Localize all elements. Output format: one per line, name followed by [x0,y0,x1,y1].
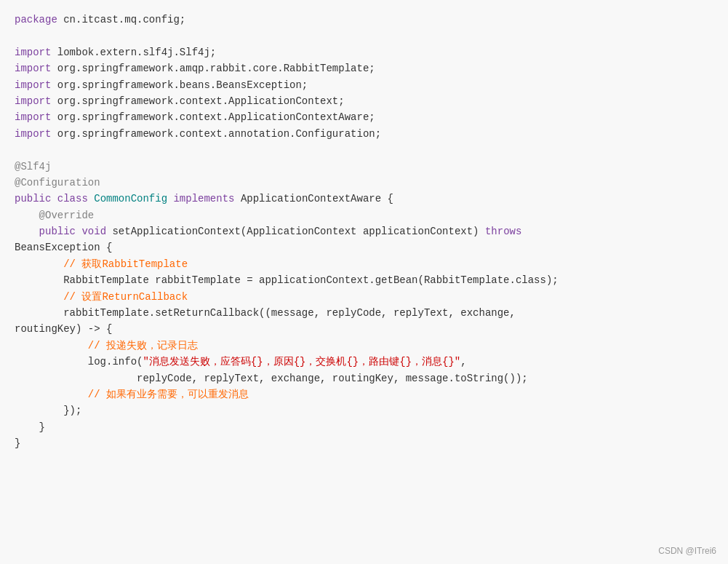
code-token: routingKey) -> { [15,323,112,335]
code-token [15,291,63,303]
code-token: @Slf4j [15,161,51,172]
code-line: // 如果有业务需要，可以重发消息 [15,386,713,402]
code-token: // 设置ReturnCallback [63,291,188,303]
code-line: } [15,435,713,451]
code-token: CommonConfig [94,193,173,204]
code-token [15,226,39,237]
code-token: org.springframework.context.annotation.C… [57,128,381,140]
code-container: package cn.itcast.mq.config; import lomb… [0,0,728,564]
code-token: org.springframework.amqp.rabbit.core.Rab… [57,63,375,74]
code-token: lombok.extern.slf4j.Slf4j; [57,47,216,58]
code-line: rabbitTemplate.setReturnCallback((messag… [15,305,713,321]
code-line: routingKey) -> { [15,321,713,337]
code-line: log.info("消息发送失败，应答码{}，原因{}，交换机{}，路由键{}，… [15,354,713,370]
code-token: void [81,226,112,237]
code-line: import org.springframework.context.Appli… [15,93,713,109]
code-token: throws [485,226,521,237]
code-token [15,340,88,351]
code-token: // 投递失败，记录日志 [88,340,198,351]
code-token: import [15,63,57,74]
code-token: class [57,193,94,204]
code-line: replyCode, replyText, exchange, routingK… [15,370,713,386]
code-token: import [15,111,57,123]
code-line: public class CommonConfig implements App… [15,191,713,207]
code-line: import org.springframework.amqp.rabbit.c… [15,60,713,76]
code-line: import org.springframework.context.Appli… [15,109,713,125]
code-token: setApplicationContext(ApplicationContext… [112,226,484,237]
code-token: import [15,95,57,107]
code-token: package [15,14,63,25]
code-token: }); [15,405,81,416]
code-token: log.info( [15,356,143,368]
code-token: RabbitTemplate rabbitTemplate = applicat… [15,274,559,286]
code-line: } [15,419,713,435]
code-token: @Configuration [15,177,100,188]
code-line: }); [15,402,713,418]
code-line: @Configuration [15,175,713,191]
code-token: // 获取RabbitTemplate [63,258,188,270]
code-line: RabbitTemplate rabbitTemplate = applicat… [15,272,713,288]
code-token: ApplicationContextAware { [241,193,393,204]
code-line: import org.springframework.beans.BeansEx… [15,77,713,93]
code-line: BeansException { [15,239,713,255]
code-line: @Override [15,207,713,223]
code-token: "消息发送失败，应答码{}，原因{}，交换机{}，路由键{}，消息{}" [143,356,460,368]
code-token: import [15,47,57,58]
code-token [15,258,63,270]
code-line: // 获取RabbitTemplate [15,256,713,272]
code-block: package cn.itcast.mq.config; import lomb… [15,12,713,452]
code-token [15,389,88,400]
code-token: } [15,437,20,449]
code-token: , [460,356,466,368]
code-line [15,142,713,158]
code-token: } [15,421,45,433]
code-token: public [15,193,57,204]
code-line: package cn.itcast.mq.config; [15,12,713,28]
code-token: import [15,128,57,140]
code-token: replyCode, replyText, exchange, routingK… [15,373,528,384]
code-token: @Override [15,210,94,221]
code-line: // 设置ReturnCallback [15,289,713,305]
code-token: // 如果有业务需要，可以重发消息 [88,389,249,400]
watermark: CSDN @ITrei6 [658,544,716,558]
code-line: import org.springframework.context.annot… [15,126,713,142]
code-token: cn.itcast.mq.config; [63,14,185,25]
code-token: org.springframework.context.ApplicationC… [57,111,375,123]
code-line [15,28,713,44]
code-line: // 投递失败，记录日志 [15,338,713,354]
code-line: @Slf4j [15,159,713,175]
code-token: public [39,226,82,237]
code-token: BeansException { [15,242,112,253]
code-token: org.springframework.beans.BeansException… [57,79,308,91]
code-line: import lombok.extern.slf4j.Slf4j; [15,44,713,60]
code-line: public void setApplicationContext(Applic… [15,223,713,239]
code-token: org.springframework.context.ApplicationC… [57,95,345,107]
code-token: rabbitTemplate.setReturnCallback((messag… [15,307,516,319]
code-token: import [15,79,57,91]
code-token: implements [173,193,240,204]
